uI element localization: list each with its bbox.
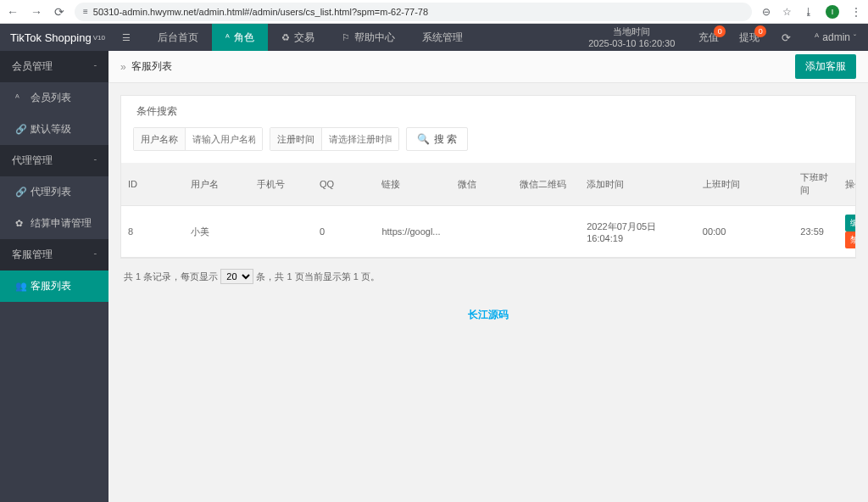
pager-prefix: 共 1 条记录，每页显示 [124, 271, 218, 282]
sidebar-group-member[interactable]: 会员管理ˇ [0, 51, 108, 82]
hamburger-icon: ☰ [122, 32, 131, 43]
link-icon: 🔗 [15, 124, 25, 135]
edit-button[interactable]: 编 辑 [845, 215, 855, 231]
url-bar[interactable]: ≡ 50310-admin.hwymw.net/admin.html#/admi… [75, 3, 752, 21]
search-button[interactable]: 🔍 搜 索 [406, 127, 468, 151]
main-content: » 客服列表 添加客服 条件搜索 用户名称 注册时间 [108, 51, 868, 502]
breadcrumb-sep: » [120, 61, 126, 73]
profile-avatar[interactable]: I [826, 5, 839, 19]
forward-icon[interactable]: → [31, 5, 42, 19]
regtime-field: 注册时间 [270, 127, 399, 151]
cell-wechat [451, 206, 514, 258]
reload-icon[interactable]: ⟳ [54, 5, 64, 19]
user-icon: ᴬ [225, 32, 230, 43]
download-icon[interactable]: ⭳ [804, 6, 814, 18]
pagination: 共 1 条记录，每页显示 20 条，共 1 页当前显示第 1 页。 [120, 259, 856, 294]
refresh-icon: ⟳ [782, 31, 791, 44]
sidebar-group-agent[interactable]: 代理管理ˇ [0, 145, 108, 176]
chevron-down-icon: ˇ [94, 252, 97, 258]
footer: 长江源码 [120, 294, 856, 336]
search-icon: 🔍 [417, 133, 430, 145]
link-icon: 🔗 [15, 187, 25, 198]
group-icon: 👥 [15, 281, 25, 292]
username-label: 用户名称 [134, 128, 186, 150]
col-id: ID [121, 163, 184, 206]
chevron-down-icon: ˇ [94, 64, 97, 70]
sidebar-item-settle[interactable]: ✿结算申请管理 [0, 208, 108, 239]
add-cs-button[interactable]: 添加客服 [795, 54, 856, 79]
sidebar-item-cs-list[interactable]: 👥客服列表 [0, 271, 108, 302]
col-offtime: 下班时间 [793, 163, 838, 206]
username-field: 用户名称 [133, 127, 263, 151]
chevron-down-icon: ˇ [854, 33, 856, 42]
col-ontime: 上班时间 [696, 163, 794, 206]
chevron-down-icon: ˇ [94, 158, 97, 164]
flag-icon: ⚐ [342, 32, 350, 43]
refresh-button[interactable]: ⟳ [770, 31, 803, 44]
cell-id: 8 [121, 206, 184, 258]
cell-qr [513, 206, 580, 258]
local-time: 当地时间 2025-03-10 16:20:30 [575, 25, 688, 50]
breadcrumb: » 客服列表 添加客服 [108, 51, 868, 83]
cell-addtime: 2022年07月05日 16:04:19 [580, 206, 696, 258]
cs-table: ID 用户名 手机号 QQ 链接 微信 微信二维码 添加时间 上班时间 下班时间… [121, 163, 855, 258]
cell-phone [250, 206, 313, 258]
col-wechat: 微信 [451, 163, 514, 206]
table-header-row: ID 用户名 手机号 QQ 链接 微信 微信二维码 添加时间 上班时间 下班时间… [121, 163, 855, 206]
key-icon[interactable]: ⊖ [762, 6, 771, 18]
menu-icon[interactable]: ⋮ [851, 6, 861, 18]
withdraw-badge: 0 [754, 25, 766, 37]
withdraw-link[interactable]: 提现 0 [729, 24, 770, 51]
cell-qq: 0 [313, 206, 376, 258]
top-header: TikTok Shopping V10 ☰ 后台首页 ᴬ角色 ♻交易 ⚐帮助中心… [0, 24, 868, 51]
recharge-badge: 0 [714, 25, 726, 37]
user-icon: ᴬ [15, 92, 25, 103]
regtime-input[interactable] [322, 128, 398, 150]
sidebar-item-default-level[interactable]: 🔗默认等级 [0, 114, 108, 145]
username-input[interactable] [186, 128, 262, 150]
search-title: 条件搜索 [133, 104, 843, 119]
page-title: 客服列表 [131, 59, 172, 74]
table-row: 8 小美 0 https://googl... 2022年07月05日 16:0… [121, 206, 855, 258]
list-card: 条件搜索 用户名称 注册时间 🔍 搜 索 [120, 95, 856, 259]
nav-toggle[interactable]: ☰ [108, 24, 144, 51]
nav-home[interactable]: 后台首页 [144, 24, 212, 51]
back-icon[interactable]: ← [7, 5, 19, 19]
gear-icon: ✿ [15, 218, 25, 229]
col-link: 链接 [375, 163, 450, 206]
sidebar: 会员管理ˇ ᴬ会员列表 🔗默认等级 代理管理ˇ 🔗代理列表 ✿结算申请管理 客服… [0, 51, 108, 502]
cell-offtime: 23:59 [793, 206, 838, 258]
url-text: 50310-admin.hwymw.net/admin.html#/admin/… [93, 7, 428, 17]
user-menu[interactable]: ᴬ admin ˇ [803, 31, 868, 43]
nav-system[interactable]: 系统管理 [409, 24, 476, 51]
nav-role[interactable]: ᴬ角色 [212, 24, 268, 51]
footer-link[interactable]: 长江源码 [468, 309, 509, 321]
col-qr: 微信二维码 [513, 163, 580, 206]
col-op: 操作 [838, 163, 855, 206]
person-icon: ᴬ [815, 31, 819, 43]
page-size-select[interactable]: 20 [220, 269, 253, 284]
browser-chrome: ← → ⟳ ≡ 50310-admin.hwymw.net/admin.html… [0, 0, 868, 24]
cell-user: 小美 [184, 206, 251, 258]
col-user: 用户名 [184, 163, 251, 206]
col-qq: QQ [313, 163, 376, 206]
sidebar-item-member-list[interactable]: ᴬ会员列表 [0, 82, 108, 114]
cell-op: 编 辑禁用 [838, 206, 855, 258]
col-phone: 手机号 [250, 163, 313, 206]
table-scroll[interactable]: ID 用户名 手机号 QQ 链接 微信 微信二维码 添加时间 上班时间 下班时间… [121, 163, 855, 258]
recharge-link[interactable]: 充值 0 [688, 24, 729, 51]
nav-trade[interactable]: ♻交易 [268, 24, 328, 51]
sidebar-group-cs[interactable]: 客服管理ˇ [0, 239, 108, 271]
ban-button[interactable]: 禁用 [845, 231, 855, 248]
search-form: 条件搜索 用户名称 注册时间 🔍 搜 索 [121, 96, 855, 163]
cell-ontime: 00:00 [696, 206, 794, 258]
sidebar-item-agent-list[interactable]: 🔗代理列表 [0, 176, 108, 208]
app-logo: TikTok Shopping V10 [0, 31, 108, 44]
col-addtime: 添加时间 [580, 163, 696, 206]
bookmark-icon[interactable]: ☆ [782, 6, 792, 18]
site-info-icon: ≡ [83, 7, 88, 16]
trade-icon: ♻ [281, 32, 290, 43]
pager-suffix: 条，共 1 页当前显示第 1 页。 [256, 271, 379, 282]
nav-help[interactable]: ⚐帮助中心 [328, 24, 409, 51]
regtime-label: 注册时间 [270, 128, 322, 150]
